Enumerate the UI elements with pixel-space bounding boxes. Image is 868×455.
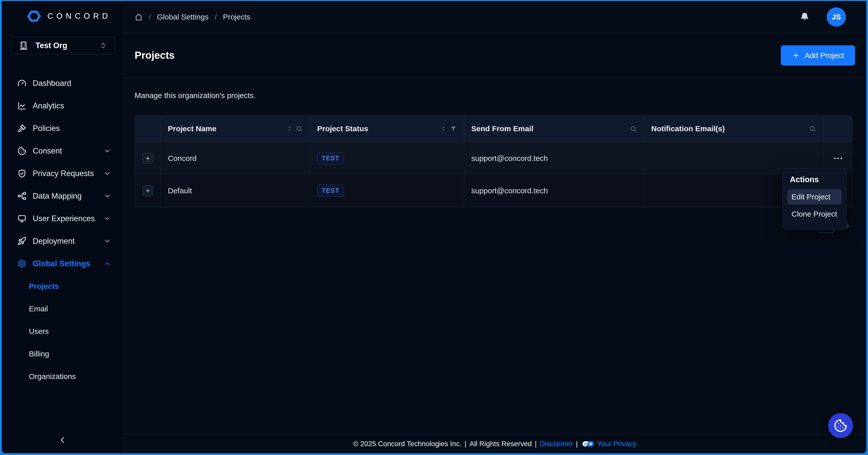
column-label: Project Status [317,124,368,133]
sidebar-item-deployment[interactable]: Deployment [2,230,123,252]
footer-rights: All Rights Reserved [469,440,532,448]
sidebar-item-user-experiences[interactable]: User Experiences [2,207,123,230]
rocket-icon [18,237,26,246]
home-icon[interactable] [134,13,143,21]
footer-separator: | [576,440,578,448]
sidebar-item-privacy-requests[interactable]: Privacy Requests [2,162,123,185]
add-project-label: Add Project [805,51,844,60]
org-name: Test Org [35,41,67,50]
gear-icon [18,259,26,268]
row-actions-ellipsis-icon[interactable] [831,153,846,164]
app-window: CONCORD Test Org DashboardAnalyticsPolic… [2,1,866,453]
sidebar-item-dashboard[interactable]: Dashboard [2,72,123,95]
privacy-choices-icon[interactable] [582,441,594,447]
column-header-notification-email-s: Notification Email(s) [644,116,824,142]
actions-context-menu: Actions Edit ProjectClone Project [782,168,846,230]
sidebar-item-analytics[interactable]: Analytics [2,95,123,117]
sidebar-subitem-projects[interactable]: Projects [2,275,123,297]
sorter-icon[interactable] [440,125,447,132]
plus-icon [145,156,151,161]
sidebar-item-label: User Experiences [33,214,97,223]
sidebar-item-label: Privacy Requests [33,169,97,178]
chevron-down-icon [103,215,111,222]
chevron-up-icon [103,260,111,267]
notifications-bell-icon[interactable] [799,11,810,23]
sidebar-subitem-billing[interactable]: Billing [2,343,123,365]
disclaimer-link[interactable]: Disclaimer [540,440,573,448]
sidebar: CONCORD Test Org DashboardAnalyticsPolic… [2,1,123,453]
sidebar-item-label: Deployment [33,237,97,246]
chevron-down-icon [103,192,111,200]
context-menu-title: Actions [790,175,842,184]
app-logo: CONCORD [26,10,111,23]
sidebar-item-global-settings[interactable]: Global Settings [2,252,123,275]
sidebar-item-label: Global Settings [33,259,97,268]
search-icon[interactable] [296,125,303,132]
up-down-chevron-icon [99,41,107,50]
context-menu-item-clone-project[interactable]: Clone Project [787,206,842,222]
gavel-icon [18,124,26,133]
page-header: Projects Add Project [123,33,866,78]
search-icon[interactable] [809,125,816,132]
sidebar-subitem-users[interactable]: Users [2,320,123,343]
context-menu-items: Edit ProjectClone Project [787,189,842,222]
context-menu-item-edit-project[interactable]: Edit Project [787,189,842,204]
project-name: Default [168,187,192,195]
expand-row-button[interactable] [143,153,153,164]
cookie-preferences-button[interactable] [828,413,853,438]
sidebar-item-label: Data Mapping [33,192,97,201]
filter-icon[interactable] [450,125,457,132]
line-chart-icon [18,101,26,110]
search-icon[interactable] [630,125,637,132]
project-status-cell: TEST [310,174,464,207]
column-label: Project Name [168,124,216,133]
sorter-icon[interactable] [286,125,293,132]
cookie-icon [834,419,847,432]
column-label: Send From Email [471,124,533,133]
footer-separator: | [465,440,466,448]
expand-cell [135,142,161,174]
sidebar-item-consent[interactable]: Consent [2,139,123,162]
send-from-email: support@concord.tech [471,187,548,195]
sidebar-subitem-organizations[interactable]: Organizations [2,365,123,388]
chevron-down-icon [103,147,111,155]
main-area: / Global Settings / Projects JS Projects… [123,1,866,453]
topbar-actions: JS [799,7,846,27]
send-from-email: support@concord.tech [471,154,548,163]
your-privacy-link[interactable]: Your Privacy [597,440,637,448]
sidebar-collapse-button[interactable] [2,432,123,448]
sidebar-item-label: Policies [33,124,111,133]
page-footer: © 2025 Concord Technologies Inc. | All R… [123,434,866,453]
table-row-concord: ConcordTESTsupport@concord.tech [135,142,852,174]
chevron-down-icon [103,170,111,177]
add-project-button[interactable]: Add Project [781,45,855,66]
table-body: ConcordTESTsupport@concord.techDefaultTE… [135,142,852,207]
table-header-row: Project NameProject StatusSend From Emai… [135,116,852,142]
table-header-expand-column [135,116,161,142]
building-icon [19,41,28,51]
org-selector[interactable]: Test Org [11,37,115,55]
table-row-default: DefaultTESTsupport@concord.tech [135,174,852,207]
sidebar-item-label: Dashboard [33,79,111,88]
breadcrumb-separator: / [215,13,217,21]
data-mapping-icon [18,192,26,200]
gauge-icon [18,79,26,88]
breadcrumb-projects[interactable]: Projects [223,13,250,21]
expand-row-button[interactable] [143,186,153,196]
logo-text: CONCORD [48,12,111,21]
projects-table: Project NameProject StatusSend From Emai… [134,115,852,207]
footer-copyright: © 2025 Concord Technologies Inc. [353,440,462,448]
page-title: Projects [134,50,175,61]
breadcrumb-separator: / [149,13,151,21]
sidebar-subitem-email[interactable]: Email [2,297,123,320]
monitor-icon [18,214,26,223]
sidebar-item-policies[interactable]: Policies [2,117,123,139]
breadcrumb-global-settings[interactable]: Global Settings [157,13,208,21]
user-avatar[interactable]: JS [827,7,846,27]
project-name-cell: Default [161,174,310,207]
chevron-down-icon [103,237,111,245]
screen-frame: CONCORD Test Org DashboardAnalyticsPolic… [0,0,868,455]
sidebar-item-data-mapping[interactable]: Data Mapping [2,185,123,207]
concord-logo-icon [26,10,42,22]
page-content: Manage this organization's projects. Pro… [123,78,866,434]
